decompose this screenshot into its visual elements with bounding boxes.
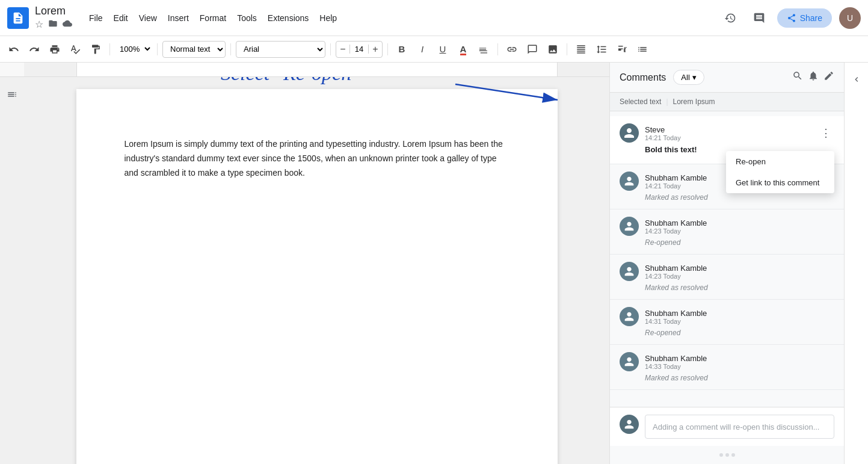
page[interactable]: Lorem Ipsum is simply dummy text of the … [76,89,558,464]
comment-status-2: Marked as resolved [645,193,834,202]
notification-icon[interactable] [808,70,819,84]
menu-file[interactable]: File [84,11,108,25]
menu-insert[interactable]: Insert [163,11,194,25]
comment-input-placeholder: Adding a comment will re-open this discu… [653,422,819,432]
folder-icon[interactable] [48,19,58,31]
user-avatar[interactable]: U [839,7,861,29]
style-select[interactable]: Normal text Heading 1 Heading 2 [162,41,226,58]
menu-help[interactable]: Help [315,11,342,25]
comments-header: Comments All ▾ [610,63,844,93]
comments-toggle-button[interactable] [748,7,770,29]
compose-icon[interactable] [823,70,834,84]
font-size-area: − + [336,41,383,58]
comments-panel: Comments All ▾ Selected text | Lorem Ips [609,63,844,464]
cloud-icon[interactable] [63,19,72,31]
current-user-avatar [620,415,639,434]
comment-author-6: Shubham Kamble [645,354,834,363]
insert-image-button[interactable] [544,40,562,58]
right-sidebar [844,63,868,464]
redo-button[interactable] [25,40,43,58]
comment-more-btn-1[interactable]: ⋮ Re-open Get link to this comment [817,125,834,141]
comment-time-6: 14:33 Today [645,363,834,370]
line-spacing-button[interactable] [593,40,611,58]
main-wrapper: // will render inline Select "Re-open" [0,63,868,464]
comment-header-4: Shubham Kamble 14:23 Today [620,262,834,281]
spellcheck-button[interactable] [66,40,84,58]
comments-filter-dropdown[interactable]: All ▾ [673,70,704,85]
checklist-button[interactable] [613,40,631,58]
toolbar-separator-2 [157,43,158,55]
comment-header-1: Steve 14:21 Today ⋮ Re-open Get link to … [620,123,834,143]
highlight-button[interactable] [475,40,493,58]
insert-comment-button[interactable] [523,40,541,58]
comment-time-1: 14:21 Today [645,134,811,141]
comment-header-6: Shubham Kamble 14:33 Today [620,352,834,371]
comments-list: Steve 14:21 Today ⋮ Re-open Get link to … [610,111,844,407]
get-link-menu-item[interactable]: Get link to this comment [726,172,834,193]
link-button[interactable] [503,40,521,58]
comment-item-6: Shubham Kamble 14:33 Today Marked as res… [610,345,844,390]
paint-format-button[interactable] [87,40,105,58]
comment-status-3: Re-opened [645,238,834,247]
selected-text-bar: Selected text | Lorem Ipsum [610,93,844,111]
context-menu: Re-open Get link to this comment [726,151,834,193]
doc-title-icons: ☆ [35,19,72,31]
comment-pagination-dots [610,446,844,464]
menu-tools[interactable]: Tools [232,11,262,25]
underline-button[interactable]: U [434,40,452,58]
svg-text:Select "Re-open": Select "Re-open" [221,77,360,84]
reopen-menu-item[interactable]: Re-open [726,151,834,172]
comment-input-field[interactable]: Adding a comment will re-open this discu… [645,415,834,439]
doc-left-sidebar [0,77,24,464]
selected-text-label: Selected text [620,97,661,106]
filter-label: All [681,73,689,82]
menu-extensions[interactable]: Extensions [263,11,313,25]
comment-time-3: 14:23 Today [645,227,834,235]
star-icon[interactable]: ☆ [35,19,43,31]
doc-scroll-area[interactable]: Select "Re-open" Lorem Ipsum is simply d… [24,77,609,464]
selected-text-separator: | [666,97,668,106]
font-select[interactable]: Arial Times New Roman Georgia [236,41,325,58]
chevron-down-icon: ▾ [692,73,697,82]
zoom-select[interactable]: 100% 75% 125% [115,43,152,55]
comment-meta-5: Shubham Kamble 14:31 Today [645,309,834,325]
comment-meta-1: Steve 14:21 Today [645,125,811,141]
comment-status-6: Marked as resolved [645,374,834,382]
bold-button[interactable]: B [393,40,411,58]
font-size-increase[interactable]: + [369,42,382,57]
comments-icons [792,70,834,84]
comment-author-5: Shubham Kamble [645,309,834,318]
document-area: // will render inline Select "Re-open" [0,63,609,464]
search-icon[interactable] [792,70,803,84]
history-button[interactable] [719,7,741,29]
comment-author-3: Shubham Kamble [645,218,834,227]
menu-edit[interactable]: Edit [109,11,133,25]
comment-meta-3: Shubham Kamble 14:23 Today [645,218,834,235]
menu-bar: File Edit View Insert Format Tools Exten… [84,11,342,25]
undo-button[interactable] [5,40,23,58]
outline-icon[interactable] [4,87,20,105]
comment-time-4: 14:23 Today [645,273,834,280]
align-button[interactable] [572,40,590,58]
comment-item-5: Shubham Kamble 14:31 Today Re-opened [610,300,844,345]
font-size-input[interactable] [349,45,369,54]
font-size-decrease[interactable]: − [336,42,349,57]
share-button[interactable]: Share [777,8,832,28]
app-icon[interactable] [7,7,29,29]
comment-item-3: Shubham Kamble 14:23 Today Re-opened [610,209,844,255]
doc-body-text[interactable]: Lorem Ipsum is simply dummy text of the … [125,137,509,180]
menu-format[interactable]: Format [195,11,231,25]
menu-view[interactable]: View [134,11,162,25]
italic-button[interactable]: I [413,40,431,58]
list-button[interactable] [633,40,651,58]
comment-avatar-3 [620,217,639,236]
toolbar-separator-4 [330,43,331,55]
comment-header-3: Shubham Kamble 14:23 Today [620,217,834,236]
comment-author-4: Shubham Kamble [645,264,834,273]
collapse-panel-button[interactable] [847,70,866,89]
comment-item-1: Steve 14:21 Today ⋮ Re-open Get link to … [610,116,844,164]
doc-title[interactable]: Lorem [35,5,72,17]
text-color-button[interactable]: A [454,40,472,58]
print-button[interactable] [46,40,64,58]
comment-avatar-4 [620,262,639,281]
